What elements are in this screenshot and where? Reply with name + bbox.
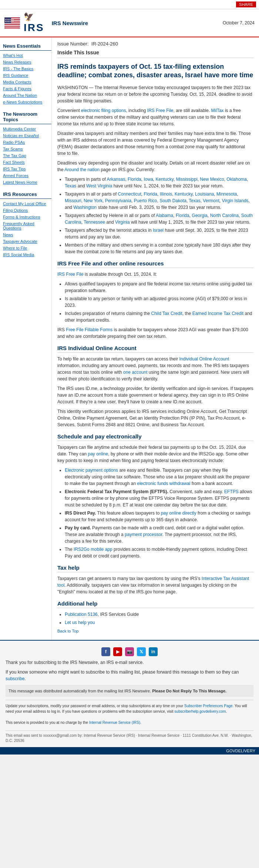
sidebar-item-forms-instructions[interactable]: Forms & Instructions [0,214,51,220]
govdelivery-label: GOVDELIVERY [226,749,255,753]
youtube-icon[interactable]: ▶ [113,647,122,656]
facebook-icon[interactable]: f [101,647,110,656]
sidebar-item-around-nation[interactable]: Around The Nation [0,92,51,99]
sidebar-item-facts-figures[interactable]: Facts & Figures [0,85,51,92]
sidebar-item-enews-sub[interactable]: e-News Subscriptions [0,99,51,105]
header: ★★★★★★ ★★★★★★ 🦅 IRS IRS Newswire October… [0,9,259,37]
header-left: ★★★★★★ ★★★★★★ 🦅 IRS IRS Newswire [4,12,88,34]
pay-online-link[interactable]: pay online [88,451,108,457]
top-bar: SHARE [0,0,259,9]
sidebar-item-irs-guidance[interactable]: IRS Guidance [0,72,51,79]
footer-section: f ▶ 📷 𝕏 in Thank you for subscribing to … [0,640,259,747]
footer-email: This email was sent to xxxxxxx@gmail.com… [6,730,253,743]
footer-disclaimer: This message was distributed automatical… [6,685,253,697]
sidebar-item-where-to-file[interactable]: Where to File [0,245,51,251]
ita-link[interactable]: Interactive Tax Assistant tool [57,576,249,588]
deadline-item-5: Members of the military and others servi… [65,242,253,255]
instagram-icon[interactable]: 📷 [125,647,134,656]
miltax-link[interactable]: MilTax [211,108,224,113]
individual-account-link[interactable]: Individual Online Account [179,356,229,362]
govdelivery-bar: GOVDELIVERY [0,747,259,755]
irs-eagle-icon: 🦅 [24,12,44,22]
newsroom-title: The Newsroom Topics [0,108,51,124]
additional-help-list: Publication 5136, IRS Services Guide Let… [65,611,253,626]
subscribe-link[interactable]: subscribe [6,676,24,681]
subscriberhelp-link[interactable]: subscriberhelp.govdelivery.com [174,709,226,713]
subscriber-prefs-link[interactable]: Subscriber Preferences Page [184,704,233,708]
sidebar-item-noticias[interactable]: Noticias en Español [0,132,51,139]
sidebar-item-irs-basics[interactable]: IRS - The Basics [0,65,51,72]
newsroom-section: The Newsroom Topics Multimedia Center No… [0,108,51,186]
section4-p1: Taxpayers can file anytime and schedule … [57,444,253,464]
sidebar-item-media-contacts[interactable]: Media Contacts [0,79,51,85]
let-us-help-link: Let us help you [65,619,253,626]
sidebar-item-filing-options[interactable]: Filing Options [0,207,51,214]
section3-p1: To help file an accurate tax return, tax… [57,356,253,382]
irs-link[interactable]: Internal Revenue Service (IRS) [89,720,140,725]
issue-label: Issue Number: [57,41,89,47]
sidebar-item-fact-sheets[interactable]: Fact Sheets [0,159,51,166]
electronic-filing-link[interactable]: electronic filing options [81,108,126,113]
deadline-list: Taxpayers in parts of Arkansas, Florida,… [65,176,253,255]
free-file-fillable-link[interactable]: Free File Fillable Forms [66,327,112,332]
sidebar-item-social-media[interactable]: IRS Social Media [0,251,51,258]
section5-title: Tax help [57,564,253,572]
section6-title: Additional help [57,600,253,608]
sidebar-item-radio-psas[interactable]: Radio PSAs [0,139,51,146]
linkedin-icon[interactable]: in [149,647,158,656]
section2-title: IRS Free File and other online resources [57,260,253,268]
sidebar-item-latest-news[interactable]: Latest News Home [0,179,51,186]
section2-p1: IRS Free File is available through Oct. … [57,271,253,278]
svg-rect-10 [4,26,20,27]
intro-p2: Convenient electronic filing options, in… [57,107,253,127]
newswire-title: IRS Newswire [48,20,88,26]
sidebar-item-irs-tax-tips[interactable]: IRS Tax Tips [0,166,51,172]
header-date: October 7, 2024 [223,20,255,26]
sidebar-item-whats-hot[interactable]: What's Hot [0,52,51,59]
inside-issue: Inside This Issue [57,50,253,58]
sidebar-item-news[interactable]: News [0,231,51,238]
free-file-list: Allows qualified taxpayers to prepare an… [65,281,253,323]
free-file-link2[interactable]: IRS Free File [57,272,84,277]
irs-text: IRS [24,22,44,34]
footer-subscribe-text: Thank you for subscribing to the IRS New… [6,659,253,682]
article-title: IRS reminds taxpayers of Oct. 15 tax-fil… [57,62,253,80]
sidebar-item-faq[interactable]: Frequently Asked Questions [0,220,51,231]
one-account-link[interactable]: one account [123,370,147,375]
pay-option-2: Electronic Federal Tax Payment System (E… [65,488,253,508]
forward-msg: If you know someone who might want to su… [6,669,253,682]
subscribe-msg: Thank you for subscribing to the IRS New… [6,659,253,666]
irs-logo-container: 🦅 IRS [24,12,44,34]
sidebar-item-tax-gap[interactable]: The Tax Gap [0,152,51,159]
deadline-item-3: Taxpayers affected by Helene in all or p… [65,212,253,226]
sidebar-item-tax-scams[interactable]: Tax Scams [0,146,51,152]
twitter-icon[interactable]: 𝕏 [137,647,146,656]
issue-number-value: IR-2024-260 [91,41,118,47]
sidebar-item-armed-forces[interactable]: Armed Forces [0,172,51,179]
svg-rect-8 [4,24,20,25]
around-nation-link[interactable]: Around the nation [64,167,100,172]
share-button[interactable]: SHARE [236,1,256,7]
sidebar-item-news-releases[interactable]: News Releases [0,59,51,65]
sidebar-item-contact-local[interactable]: Contact My Local Office [0,200,51,207]
sidebar-item-multimedia[interactable]: Multimedia Center [0,126,51,132]
free-file-link1[interactable]: IRS Free File [147,108,174,113]
issue-number: Issue Number: IR-2024-260 [57,41,253,47]
news-essentials-section: News Essentials What's Hot News Releases… [0,40,51,105]
pay-options-list: Electronic payment options are easy and … [65,467,253,559]
resources-section: IRS Resources Contact My Local Office Fi… [0,189,51,258]
back-to-top[interactable]: Back to Top [57,629,253,633]
intro-p4: Deadlines vary depending upon the disast… [57,160,253,173]
deadline-item-2: Taxpayers in all or parts of Connecticut… [65,191,253,211]
pay-option-1: Electronic payment options are easy and … [65,467,253,487]
footer-prefs: Update your subscriptions, modify your p… [6,700,253,728]
sidebar: News Essentials What's Hot News Releases… [0,37,52,640]
main-layout: News Essentials What's Hot News Releases… [0,37,259,640]
content-area: Issue Number: IR-2024-260 Inside This Is… [52,37,259,640]
section2-p2: IRS Free File Fillable Forms is availabl… [57,326,253,340]
sidebar-item-taxpayer-advocate[interactable]: Taxpayer Advocate [0,238,51,245]
pay-option-5: The IRS2Go mobile app provides access to… [65,546,253,559]
pay-option-4: Pay by card. Payments can be made with a… [65,525,253,545]
svg-rect-9 [4,25,20,26]
deadline-item-4: Taxpayers affected by the terrorist atta… [65,227,253,240]
